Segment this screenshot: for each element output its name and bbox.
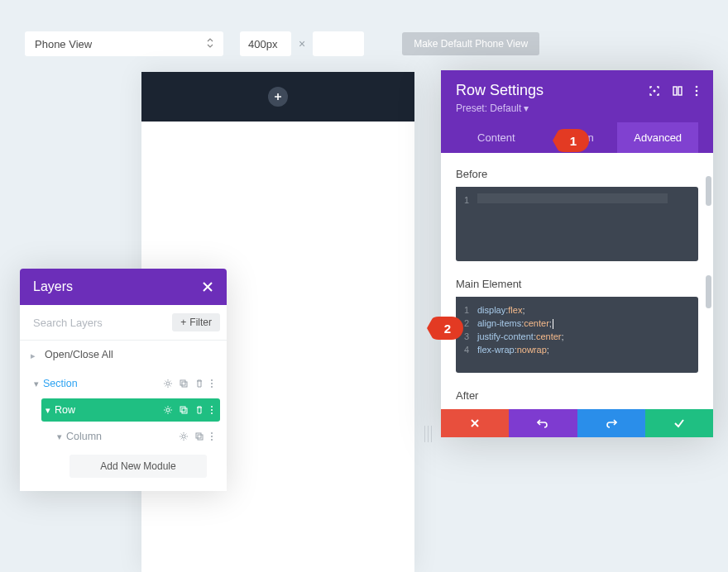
svg-point-12 — [182, 435, 185, 438]
svg-point-21 — [696, 85, 698, 88]
chevron-down-icon: ▾ — [41, 405, 55, 416]
gear-icon[interactable] — [163, 379, 173, 388]
width-input[interactable]: 400px — [240, 31, 291, 56]
filter-button[interactable]: + Filter — [172, 313, 220, 331]
settings-panel: Row Settings Preset: Default ▾ Content D… — [441, 70, 713, 437]
chevron-down-icon: ▾ — [524, 102, 529, 114]
layer-column[interactable]: ▾ Column — [53, 425, 220, 448]
chevron-updown-icon — [207, 38, 213, 50]
close-icon[interactable] — [202, 281, 213, 293]
resize-handle[interactable] — [424, 426, 434, 442]
scrollbar[interactable] — [706, 275, 711, 308]
svg-point-4 — [211, 383, 213, 384]
layers-title: Layers — [33, 279, 73, 294]
svg-rect-13 — [196, 433, 201, 438]
more-icon[interactable] — [210, 405, 213, 415]
scrollbar[interactable] — [706, 176, 711, 206]
svg-point-16 — [211, 436, 213, 437]
chevron-right-icon: ▸ — [31, 350, 36, 361]
svg-point-10 — [211, 409, 213, 411]
svg-rect-1 — [180, 380, 185, 385]
svg-point-18 — [654, 89, 656, 92]
view-select-label: Phone View — [35, 38, 92, 50]
main-code-input[interactable]: 1234 display:flex;align-items:center;jus… — [456, 297, 698, 373]
layer-row[interactable]: ▾ Row — [41, 398, 220, 422]
settings-actions — [441, 409, 713, 437]
duplicate-icon[interactable] — [179, 379, 189, 388]
layer-tools — [179, 431, 213, 441]
duplicate-icon[interactable] — [194, 431, 204, 441]
svg-point-5 — [211, 386, 213, 388]
columns-icon[interactable] — [672, 85, 683, 97]
svg-point-22 — [696, 89, 698, 92]
more-icon[interactable] — [695, 85, 698, 97]
tab-advanced[interactable]: Advanced — [617, 122, 698, 153]
main-element-label: Main Element — [456, 278, 698, 290]
preset-select[interactable]: Preset: Default ▾ — [456, 102, 698, 114]
view-select[interactable]: Phone View — [25, 31, 223, 56]
open-close-all[interactable]: ▸ Open/Close All — [20, 341, 227, 369]
after-label: After — [456, 389, 698, 402]
annotation-2: 2 — [427, 317, 463, 340]
svg-point-3 — [211, 379, 213, 381]
size-group: 400px × — [240, 31, 364, 56]
search-input[interactable]: Search Layers — [33, 317, 103, 329]
gear-icon[interactable] — [179, 431, 189, 441]
trash-icon[interactable] — [194, 405, 204, 415]
svg-point-9 — [211, 406, 213, 408]
redo-button[interactable] — [577, 409, 645, 437]
svg-rect-20 — [678, 87, 682, 95]
annotation-1: 1 — [553, 129, 589, 152]
chevron-down-icon: ▾ — [53, 431, 66, 442]
settings-title: Row Settings — [456, 82, 544, 99]
svg-point-23 — [696, 93, 698, 96]
svg-point-6 — [166, 408, 170, 412]
chevron-down-icon: ▾ — [30, 379, 43, 389]
duplicate-icon[interactable] — [179, 405, 189, 415]
responsive-toolbar: Phone View 400px × Make Default Phone Vi… — [25, 31, 539, 56]
add-section-button[interactable] — [268, 87, 288, 107]
svg-rect-8 — [182, 408, 187, 413]
trash-icon[interactable] — [194, 379, 204, 388]
layers-header: Layers — [20, 269, 227, 305]
layer-tools — [163, 379, 213, 388]
height-input[interactable] — [313, 31, 364, 56]
svg-point-15 — [211, 432, 213, 434]
svg-point-11 — [211, 412, 213, 414]
save-button[interactable] — [645, 409, 713, 437]
svg-point-0 — [166, 382, 170, 385]
layers-search-row: Search Layers + Filter — [20, 305, 227, 341]
settings-head-icons — [649, 85, 698, 97]
svg-rect-14 — [198, 435, 203, 440]
layer-tools — [163, 405, 213, 415]
more-icon[interactable] — [210, 379, 213, 388]
gear-icon[interactable] — [163, 405, 173, 415]
svg-rect-2 — [182, 382, 187, 387]
settings-body: Before 1 Main Element 1234 display:flex;… — [441, 153, 713, 409]
preview-header — [141, 72, 414, 122]
add-module-button[interactable]: Add New Module — [69, 455, 207, 478]
focus-icon[interactable] — [649, 85, 660, 97]
undo-button[interactable] — [509, 409, 577, 437]
more-icon[interactable] — [210, 431, 213, 441]
tab-content[interactable]: Content — [456, 122, 537, 153]
svg-rect-19 — [673, 87, 677, 95]
cancel-button[interactable] — [441, 409, 509, 437]
layers-panel: Layers Search Layers + Filter ▸ Open/Clo… — [20, 269, 227, 491]
before-code-input[interactable]: 1 — [456, 187, 698, 261]
layer-section[interactable]: ▾ Section — [30, 372, 220, 395]
before-label: Before — [456, 168, 698, 180]
plus-icon: + — [180, 317, 186, 328]
svg-rect-7 — [180, 407, 185, 412]
svg-point-17 — [211, 439, 213, 441]
multiply-icon: × — [299, 37, 305, 50]
make-default-button[interactable]: Make Default Phone View — [402, 32, 539, 55]
